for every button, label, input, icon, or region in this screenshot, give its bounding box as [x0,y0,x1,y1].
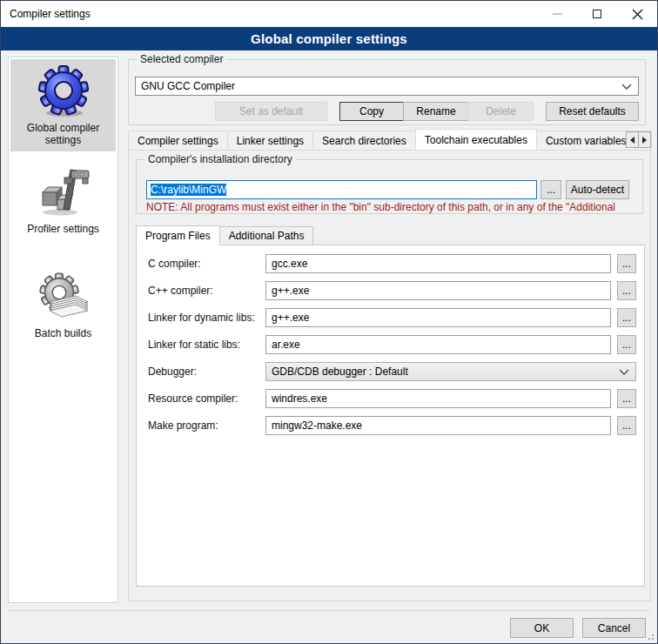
field-row-cpp-compiler: C++ compiler: g++.exe ... [148,281,636,300]
installation-directory-legend: Compiler's installation directory [144,153,296,165]
dynamic-linker-value: g++.exe [272,312,309,324]
sidebar-item-batch-builds[interactable]: Batch builds [10,265,116,345]
sidebar-item-label: Profiler settings [27,223,99,235]
cancel-button[interactable]: Cancel [582,618,646,638]
tab-scroll-buttons [627,131,651,148]
debugger-value: GDB/CDB debugger : Default [272,366,408,378]
maximize-button[interactable] [577,1,617,27]
installation-directory-group: Compiler's installation directory C:\ray… [136,159,643,214]
arrow-left-icon [630,137,634,144]
cpp-compiler-value: g++.exe [272,285,309,297]
c-compiler-value: gcc.exe [272,258,307,270]
field-row-make-program: Make program: mingw32-make.exe ... [148,416,636,435]
resource-compiler-input[interactable]: windres.exe [265,389,611,408]
footer-separator [8,610,650,611]
installation-directory-value: C:\raylib\MinGW [151,184,226,196]
tab-custom-variables[interactable]: Custom variables [536,131,636,150]
auto-detect-button[interactable]: Auto-detect [566,180,629,199]
tab-scroll-right-button[interactable] [638,131,651,148]
dynamic-linker-browse-button[interactable]: ... [617,308,636,327]
field-label: Debugger: [148,366,265,378]
toolchain-executables-page: Compiler's installation directory C:\ray… [128,150,651,601]
resize-grip[interactable] [652,638,654,640]
window-controls [537,1,657,27]
tab-linker-settings[interactable]: Linker settings [227,131,313,150]
debugger-select[interactable]: GDB/CDB debugger : Default [265,362,636,381]
caliper-icon [36,164,91,220]
blue-gear-icon [36,64,91,119]
tab-scroll-left-button[interactable] [626,131,639,148]
main-tabstrip: Compiler settings Linker settings Search… [128,129,651,150]
installation-directory-input[interactable]: C:\raylib\MinGW [146,180,537,199]
cpp-compiler-browse-button[interactable]: ... [617,281,636,300]
chevron-down-icon [621,84,632,91]
sidebar-item-label: Global compiler settings [12,122,114,146]
selected-compiler-group: Selected compiler GNU GCC Compiler Set a… [128,59,646,125]
titlebar: Compiler settings [1,1,657,27]
resource-compiler-browse-button[interactable]: ... [617,389,636,408]
minimize-icon [553,13,562,15]
field-row-static-linker: Linker for static libs: ar.exe ... [148,335,636,354]
field-row-dynamic-linker: Linker for dynamic libs: g++.exe ... [148,308,636,327]
field-label: C++ compiler: [148,285,265,297]
sidebar-item-global-compiler-settings[interactable]: Global compiler settings [10,59,116,151]
c-compiler-input[interactable]: gcc.exe [265,254,611,273]
copy-button[interactable]: Copy [339,102,404,121]
field-label: Resource compiler: [148,392,265,405]
make-program-input[interactable]: mingw32-make.exe [265,416,611,435]
tab-search-directories[interactable]: Search directories [312,131,416,150]
close-icon [632,9,643,20]
tab-additional-paths[interactable]: Additional Paths [219,226,314,245]
program-files-tabstrip: Program Files Additional Paths [136,225,312,245]
set-as-default-button: Set as default [215,102,327,121]
minimize-button [537,1,577,27]
gear-stack-icon [36,269,91,325]
reset-defaults-button[interactable]: Reset defaults [546,102,639,121]
resource-compiler-value: windres.exe [272,392,327,405]
compiler-settings-dialog: Compiler settings Global compiler settin… [0,0,658,644]
selected-compiler-combobox[interactable]: GNU GCC Compiler [135,77,639,96]
field-row-c-compiler: C compiler: gcc.exe ... [148,254,636,273]
field-row-resource-compiler: Resource compiler: windres.exe ... [148,389,636,408]
compiler-actions: Set as default Copy Rename Delete Reset … [215,102,639,121]
field-label: Make program: [148,419,265,432]
settings-category-list: Global compiler settings Profiler settin… [8,57,118,603]
static-linker-value: ar.exe [272,339,300,351]
tab-toolchain-executables[interactable]: Toolchain executables [415,129,537,150]
window-title: Compiler settings [1,8,91,20]
installation-directory-browse-button[interactable]: ... [540,180,561,199]
sidebar-item-label: Batch builds [35,327,91,339]
c-compiler-browse-button[interactable]: ... [617,254,636,273]
make-program-value: mingw32-make.exe [272,419,362,432]
tab-program-files[interactable]: Program Files [136,225,220,245]
make-program-browse-button[interactable]: ... [617,416,636,435]
dynamic-linker-input[interactable]: g++.exe [265,308,611,327]
cpp-compiler-input[interactable]: g++.exe [265,281,611,300]
maximize-icon [593,10,601,18]
static-linker-browse-button[interactable]: ... [617,335,636,354]
installation-directory-row: C:\raylib\MinGW ... Auto-detect [146,180,629,199]
selected-compiler-legend: Selected compiler [137,53,226,65]
tab-compiler-settings[interactable]: Compiler settings [128,131,228,150]
static-linker-input[interactable]: ar.exe [265,335,611,354]
banner-title: Global compiler settings [251,31,407,46]
dialog-banner: Global compiler settings [1,27,657,50]
program-files-page: C compiler: gcc.exe ... C++ compiler: g+… [136,245,645,587]
selected-compiler-value: GNU GCC Compiler [141,80,235,92]
field-row-debugger: Debugger: GDB/CDB debugger : Default [148,362,636,381]
rename-button[interactable]: Rename [403,102,469,121]
field-label: C compiler: [148,258,265,270]
ok-button[interactable]: OK [510,618,574,638]
delete-button: Delete [468,102,534,121]
field-label: Linker for dynamic libs: [148,312,265,324]
sidebar-item-profiler-settings[interactable]: Profiler settings [10,160,116,240]
close-button[interactable] [617,1,657,27]
chevron-down-icon [619,369,629,376]
arrow-right-icon [642,137,647,144]
field-label: Linker for static libs: [148,339,265,351]
installation-directory-note: NOTE: All programs must exist either in … [146,201,641,213]
